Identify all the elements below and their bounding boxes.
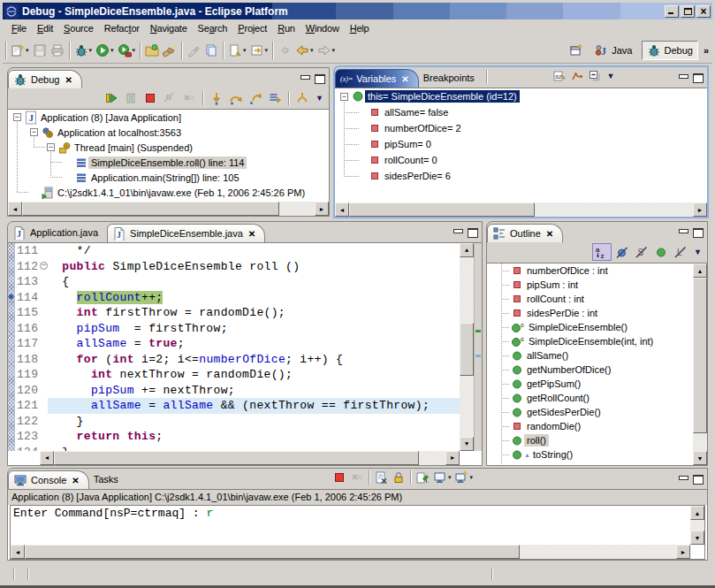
resume-button[interactable] (103, 89, 120, 107)
code-line-123[interactable]: 123 return this; (15, 429, 460, 445)
close-tab-icon[interactable]: ✕ (546, 229, 553, 239)
close-tab-icon[interactable]: ✕ (248, 229, 255, 239)
dropdown-arrow-icon[interactable]: ▾ (110, 47, 114, 54)
tree-expander[interactable]: − (30, 128, 38, 136)
outline-item[interactable]: ▲toString() (487, 447, 707, 462)
title-bar[interactable]: Debug - SimpleDiceEnsemble.java - Eclips… (3, 3, 712, 19)
scroll-down-button[interactable]: ▼ (690, 531, 704, 545)
maximize-view-button[interactable] (693, 475, 704, 485)
tree-expander[interactable]: − (13, 113, 21, 121)
code-line-119[interactable]: 119 int nextThrow = randomDie(); (15, 367, 460, 383)
overview-selection-mark[interactable] (475, 355, 481, 357)
dropdown-arrow-icon[interactable]: ▾ (89, 47, 93, 54)
view-menu-button[interactable]: ▼ (604, 65, 616, 87)
menu-window[interactable]: Window (300, 20, 345, 36)
remove-terminated-button[interactable] (180, 89, 198, 107)
console-vscrollbar[interactable]: ▲ ▼ (690, 506, 704, 545)
code-line-122[interactable]: 122 } (15, 414, 460, 430)
go-to-file-button[interactable]: ▾ (248, 40, 270, 61)
outline-item[interactable]: sidesPerDie : int (487, 306, 707, 320)
outline-vscrollbar[interactable]: ▲ ▼ (693, 263, 707, 465)
code-line-111[interactable]: 111 */ (15, 243, 460, 259)
pin-console-button[interactable] (414, 467, 431, 488)
close-button[interactable]: × (696, 5, 711, 18)
menu-search[interactable]: Search (193, 20, 233, 36)
maximize-view-button[interactable] (693, 228, 704, 238)
perspective-overflow-button[interactable]: » (704, 45, 709, 56)
outline-item[interactable]: cSimpleDiceEnsemble() (487, 320, 707, 334)
back-button[interactable]: ▾ (293, 40, 316, 61)
maximize-view-button[interactable] (315, 74, 325, 84)
menu-project[interactable]: Project (232, 20, 272, 36)
display-console-dd-button[interactable]: ▾ (431, 467, 453, 488)
search-button[interactable] (161, 40, 179, 61)
scroll-up-button[interactable]: ▲ (693, 263, 707, 278)
back-small-button[interactable] (276, 40, 293, 61)
variable-tree-item[interactable]: allSame= false (335, 104, 707, 120)
scroll-right-button[interactable]: ► (315, 202, 329, 216)
step-into-button[interactable] (208, 89, 225, 107)
outline-item[interactable]: pipSum : int (487, 278, 707, 292)
annotation-ruler[interactable] (8, 243, 15, 451)
scroll-lock-button[interactable] (390, 467, 407, 488)
tree-expander[interactable]: − (340, 93, 348, 101)
minimize-view-button[interactable] (300, 75, 310, 84)
minimize-button[interactable] (665, 5, 679, 18)
variable-tree-item[interactable]: numberOfDice= 2 (335, 120, 707, 136)
terminate-button[interactable] (141, 89, 159, 107)
step-filters-button[interactable] (266, 89, 284, 107)
tab-console[interactable]: Console✕ (8, 470, 89, 489)
close-tab-icon[interactable]: ✕ (65, 75, 72, 85)
editor-hscrollbar[interactable]: ◄ ► (40, 451, 460, 465)
print-button[interactable] (49, 40, 66, 61)
open-type-button[interactable] (143, 40, 161, 61)
scroll-left-button[interactable]: ◄ (11, 545, 25, 559)
last-edit-location-button[interactable]: ▾ (226, 40, 248, 61)
maximize-button[interactable] (681, 5, 695, 18)
code-line-124[interactable]: 124 } (15, 445, 460, 452)
tab-simplediceensemble-java[interactable]: JSimpleDiceEnsemble.java✕ (107, 224, 265, 242)
open-console-dd-button[interactable]: ▾ (453, 467, 475, 488)
close-tab-icon[interactable]: ✕ (401, 74, 408, 84)
external-tools-button[interactable]: ▾ (116, 40, 138, 61)
tab-debug[interactable]: Debug✕ (8, 70, 82, 88)
dropdown-arrow-icon[interactable]: ▾ (26, 47, 29, 54)
mark-occurrences-button[interactable] (185, 40, 202, 61)
clear-console-button[interactable] (372, 467, 390, 488)
outline-item[interactable]: getSidesPerDie() (487, 405, 707, 419)
scroll-right-button[interactable]: ► (676, 545, 690, 559)
run-button[interactable]: ▾ (94, 40, 116, 61)
debug-tree-item[interactable]: −JApplication (8) [Java Application] (8, 110, 329, 125)
console-output[interactable]: Enter Command[nsP=ctrmaq] : r (11, 506, 704, 521)
scroll-down-button[interactable]: ▼ (460, 437, 474, 451)
menu-refactor[interactable]: Refactor (99, 20, 145, 36)
scroll-down-button[interactable]: ▼ (693, 451, 707, 465)
code-line-113[interactable]: 113 { (15, 274, 460, 290)
maximize-view-button[interactable] (468, 228, 478, 238)
menu-edit[interactable]: Edit (32, 20, 58, 36)
scroll-right-button[interactable]: ► (445, 451, 460, 465)
tab-variables[interactable]: (x)=Variables✕ (335, 69, 419, 88)
variable-tree-item[interactable]: −this= SimpleDiceEnsemble (id=12) (335, 88, 707, 104)
remove-terminated-button[interactable] (348, 467, 366, 488)
scroll-left-button[interactable]: ◄ (335, 202, 349, 217)
menu-file[interactable]: File (6, 20, 32, 36)
maximize-view-button[interactable] (693, 73, 704, 83)
code-line-114[interactable]: 114 rollCount++; (15, 290, 460, 306)
menu-help[interactable]: Help (345, 20, 375, 36)
outline-item[interactable]: roll() (487, 433, 707, 447)
variables-hscrollbar[interactable]: ◄ ► (335, 202, 707, 217)
terminate-button[interactable] (331, 467, 348, 488)
code-line-115[interactable]: 115 int firstThrow = randomDie(); (15, 305, 460, 321)
tree-expander[interactable]: − (47, 143, 55, 151)
sort-button[interactable]: az (592, 243, 612, 261)
view-menu-button[interactable]: ▼ (691, 243, 704, 261)
step-return-button[interactable] (247, 89, 264, 107)
dropdown-arrow-icon[interactable]: ▾ (133, 47, 136, 54)
minimize-view-button[interactable] (678, 476, 688, 485)
overview-ruler[interactable] (474, 243, 482, 451)
step-over-button[interactable] (227, 89, 245, 107)
breakpoint-icon[interactable] (8, 294, 14, 300)
outline-item[interactable]: randomDie() (487, 419, 707, 433)
code-line-112[interactable]: 112− public SimpleDiceEnsemble roll () (15, 259, 460, 275)
